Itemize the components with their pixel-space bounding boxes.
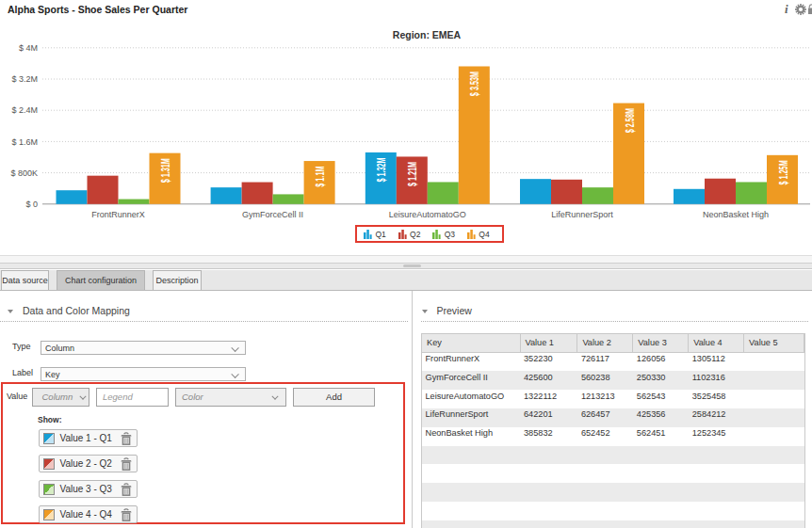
svg-text:$ 3.2M: $ 3.2M bbox=[11, 74, 38, 84]
svg-text:Region: EMEA: Region: EMEA bbox=[393, 29, 462, 40]
svg-text:$ 2.4M: $ 2.4M bbox=[11, 105, 38, 115]
svg-text:FrontRunnerX: FrontRunnerX bbox=[91, 210, 145, 219]
svg-text:$ 1.1M: $ 1.1M bbox=[314, 167, 326, 187]
svg-text:NeonBasket High: NeonBasket High bbox=[703, 210, 769, 219]
svg-text:$ 3.53M: $ 3.53M bbox=[468, 72, 480, 96]
svg-text:GymForceCell II: GymForceCell II bbox=[242, 210, 303, 219]
svg-text:$ 1.25M: $ 1.25M bbox=[776, 160, 788, 184]
svg-text:$ 1.31M: $ 1.31M bbox=[159, 158, 171, 183]
svg-text:LifeRunnerSport: LifeRunnerSport bbox=[551, 210, 613, 219]
svg-text:$ 4M: $ 4M bbox=[19, 43, 38, 53]
svg-text:$ 800K: $ 800K bbox=[10, 168, 38, 178]
svg-text:$ 1.6M: $ 1.6M bbox=[11, 137, 38, 147]
svg-text:$ 0: $ 0 bbox=[25, 200, 38, 209]
svg-text:$ 1.32M: $ 1.32M bbox=[375, 157, 387, 182]
svg-text:$ 2.58M: $ 2.58M bbox=[623, 108, 635, 133]
svg-text:LeisureAutomatoGO: LeisureAutomatoGO bbox=[389, 210, 466, 219]
svg-text:$ 1.21M: $ 1.21M bbox=[406, 162, 418, 186]
